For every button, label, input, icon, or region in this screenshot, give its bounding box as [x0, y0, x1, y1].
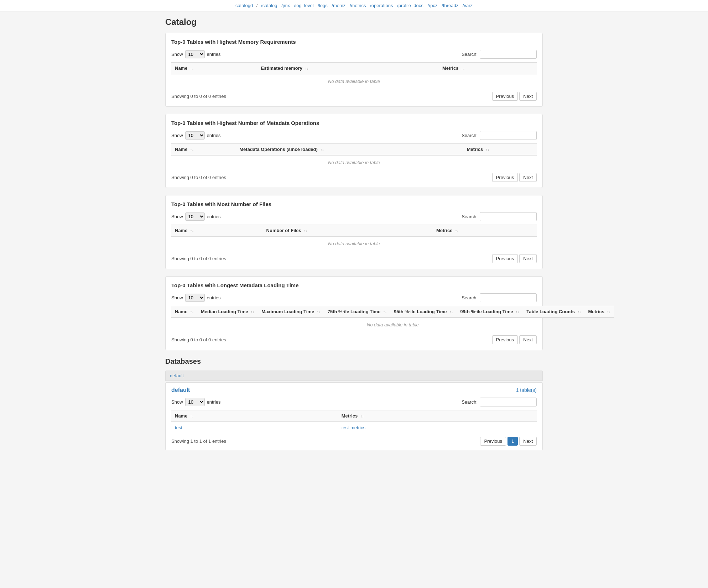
next-btn-databases[interactable]: Next [519, 437, 537, 446]
sort-metrics-metadata-ops[interactable]: ↑↓ [486, 148, 489, 152]
nav-separator: / [256, 3, 258, 8]
col-name-metadata-ops: Name ↑↓ [171, 144, 236, 156]
pagination-metadata-ops: Previous Next [492, 173, 537, 182]
table-header-row-databases: Name ↑↓ Metrics ↑↓ [171, 410, 537, 422]
page-1-btn-databases[interactable]: 1 [507, 437, 518, 446]
search-input-files[interactable] [480, 212, 537, 221]
entries-label-loading-time: entries [207, 295, 221, 300]
sort-name-loading-time[interactable]: ↑↓ [190, 310, 194, 314]
nav-link-catalog[interactable]: /catalog [261, 3, 277, 8]
show-select-memory[interactable]: 102550100 [185, 50, 205, 58]
search-input-loading-time[interactable] [480, 293, 537, 302]
entries-label-files: entries [207, 214, 221, 219]
sort-table-loading-counts[interactable]: ↑↓ [577, 310, 581, 314]
table-metadata-ops: Name ↑↓ Metadata Operations (since loade… [171, 143, 537, 169]
sort-metadata-ops[interactable]: ↑↓ [320, 148, 324, 152]
show-entries-databases: Show 102550100 entries [171, 398, 221, 406]
col-median-loading: Median Loading Time ↑↓ [197, 306, 258, 318]
show-select-metadata-ops[interactable]: 102550100 [185, 131, 205, 140]
search-box-memory: Search: [462, 50, 537, 59]
sort-name-files[interactable]: ↑↓ [190, 229, 194, 233]
nav-link-threadz[interactable]: /threadz [442, 3, 458, 8]
db-detail-header: default 1 table(s) [171, 387, 537, 393]
search-input-databases[interactable] [480, 398, 537, 406]
no-data-text-files: No data available in table [171, 236, 537, 251]
sort-metrics-memory[interactable]: ↑↓ [461, 67, 465, 70]
col-max-loading: Maximum Loading Time ↑↓ [258, 306, 324, 318]
db-row-name-link[interactable]: test [175, 425, 182, 430]
db-name-link[interactable]: default [171, 387, 190, 393]
sort-median-loading[interactable]: ↑↓ [251, 310, 254, 314]
nav-link-logs[interactable]: /logs [318, 3, 327, 8]
next-btn-metadata-ops[interactable]: Next [519, 173, 537, 182]
show-label-metadata-ops: Show [171, 133, 183, 138]
prev-btn-loading-time[interactable]: Previous [492, 335, 518, 344]
col-name-databases: Name ↑↓ [171, 410, 338, 422]
show-entries-loading-time: Show 102550100 entries [171, 294, 221, 302]
next-btn-loading-time[interactable]: Next [519, 335, 537, 344]
table-controls-memory: Show 102550100 entries Search: [171, 50, 537, 59]
sort-name-databases[interactable]: ↑↓ [190, 414, 194, 418]
no-data-text-loading-time: No data available in table [171, 317, 614, 332]
col-name-loading-time: Name ↑↓ [171, 306, 197, 318]
show-label-loading-time: Show [171, 295, 183, 300]
sort-metrics-loading-time[interactable]: ↑↓ [607, 310, 611, 314]
pagination-memory: Previous Next [492, 92, 537, 101]
search-label-databases: Search: [462, 399, 478, 405]
col-metrics-metadata-ops: Metrics ↑↓ [463, 144, 537, 156]
sort-num-files[interactable]: ↑↓ [304, 229, 307, 233]
next-btn-files[interactable]: Next [519, 254, 537, 263]
nav-link-profile_docs[interactable]: /profile_docs [397, 3, 423, 8]
section-memory: Top-0 Tables with Highest Memory Require… [165, 33, 543, 107]
section-memory-title: Top-0 Tables with Highest Memory Require… [171, 39, 537, 45]
sort-95th-loading[interactable]: ↑↓ [449, 310, 453, 314]
db-label-link[interactable]: default [170, 373, 184, 378]
sort-max-loading[interactable]: ↑↓ [317, 310, 321, 314]
show-entries-metadata-ops: Show 102550100 entries [171, 131, 221, 140]
nav-brand[interactable]: catalogd [235, 3, 253, 8]
databases-title: Databases [165, 357, 543, 366]
search-input-memory[interactable] [480, 50, 537, 59]
prev-btn-files[interactable]: Previous [492, 254, 518, 263]
sort-metrics-files[interactable]: ↑↓ [455, 229, 459, 233]
prev-btn-memory[interactable]: Previous [492, 92, 518, 101]
section-files: Top-0 Tables with Most Number of Files S… [165, 195, 543, 269]
sort-metrics-databases[interactable]: ↑↓ [360, 414, 364, 418]
table-footer-memory: Showing 0 to 0 of 0 entries Previous Nex… [171, 92, 537, 101]
search-input-metadata-ops[interactable] [480, 131, 537, 140]
nav-link-metrics[interactable]: /metrics [350, 3, 366, 8]
nav-link-log_level[interactable]: /log_level [294, 3, 314, 8]
show-select-files[interactable]: 102550100 [185, 212, 205, 221]
sort-name-metadata-ops[interactable]: ↑↓ [190, 148, 194, 152]
nav-link-rpcz[interactable]: /rpcz [427, 3, 437, 8]
show-select-databases[interactable]: 102550100 [185, 398, 205, 406]
table-header-row-files: Name ↑↓ Number of Files ↑↓ Metrics ↑↓ [171, 225, 537, 237]
nav-link-varz[interactable]: /varz [463, 3, 473, 8]
nav-link-memz[interactable]: /memz [332, 3, 345, 8]
sort-estimated-memory[interactable]: ↑↓ [305, 67, 309, 70]
table-footer-metadata-ops: Showing 0 to 0 of 0 entries Previous Nex… [171, 173, 537, 182]
table-controls-metadata-ops: Show 102550100 entries Search: [171, 131, 537, 140]
next-btn-memory[interactable]: Next [519, 92, 537, 101]
nav-link-jmx[interactable]: /jmx [281, 3, 290, 8]
sort-name-memory[interactable]: ↑↓ [190, 67, 194, 70]
col-name-files: Name ↑↓ [171, 225, 263, 237]
show-label-databases: Show [171, 399, 183, 405]
showing-memory: Showing 0 to 0 of 0 entries [171, 94, 226, 99]
col-metrics-memory: Metrics ↑↓ [439, 63, 537, 74]
prev-btn-metadata-ops[interactable]: Previous [492, 173, 518, 182]
show-select-loading-time[interactable]: 102550100 [185, 294, 205, 302]
sort-75th-loading[interactable]: ↑↓ [383, 310, 387, 314]
db-detail-card: default 1 table(s) Show 102550100 entrie… [165, 382, 543, 450]
db-row-metrics-link[interactable]: test-metrics [342, 425, 365, 430]
col-99th-loading: 99th %-ile Loading Time ↑↓ [457, 306, 523, 318]
table-header-row-memory: Name ↑↓ Estimated memory ↑↓ Metrics ↑↓ [171, 63, 537, 74]
sort-99th-loading[interactable]: ↑↓ [516, 310, 519, 314]
prev-btn-databases[interactable]: Previous [480, 437, 506, 446]
no-data-text-metadata-ops: No data available in table [171, 155, 537, 169]
search-box-loading-time: Search: [462, 293, 537, 302]
col-table-loading-counts: Table Loading Counts ↑↓ [523, 306, 584, 318]
col-75th-loading: 75th %-ile Loading Time ↑↓ [324, 306, 390, 318]
nav-link-operations[interactable]: /operations [370, 3, 393, 8]
table-loading-time: Name ↑↓ Median Loading Time ↑↓ Maximum L… [171, 306, 614, 332]
